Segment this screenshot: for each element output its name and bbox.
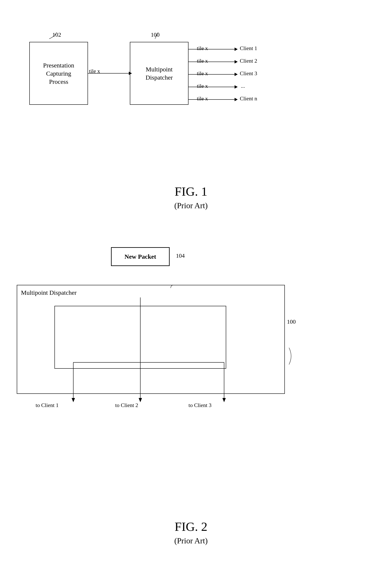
fig1-section: 102 100 PresentationCapturingProcess Mul… (0, 13, 382, 211)
arrow-tile-x-label: tile x (89, 68, 100, 74)
svg-marker-9 (235, 85, 238, 89)
box-presentation-capturing: PresentationCapturingProcess (29, 42, 88, 105)
fig1-subtitle: (Prior Art) (0, 201, 382, 210)
box-new-packet: New Packet (111, 247, 170, 266)
client-3-label: Client 3 (240, 70, 257, 77)
client-1-label: Client 1 (240, 45, 257, 52)
fig2-title: FIG. 2 (0, 520, 382, 534)
client-2-label: Client 2 (240, 58, 257, 64)
fig2-diagram: New Packet 104 Multipoint Dispatcher 100… (13, 243, 369, 494)
to-client-3: to Client 3 (188, 402, 212, 408)
svg-marker-11 (235, 98, 238, 101)
svg-marker-5 (235, 60, 238, 63)
svg-marker-18 (139, 398, 142, 402)
svg-marker-3 (235, 47, 238, 51)
multipoint-dispatcher-label: Multipoint Dispatcher (21, 289, 77, 296)
tile-x-ellipsis: tile x (197, 83, 208, 89)
tile-x-client3: tile x (197, 70, 208, 77)
tile-x-clientn: tile x (197, 96, 208, 102)
presentation-capturing-text: PresentationCapturingProcess (43, 61, 74, 86)
ellipsis-label: ... (241, 83, 245, 89)
svg-marker-7 (235, 73, 238, 76)
box-inner (55, 306, 226, 369)
tile-x-client1: tile x (197, 45, 208, 52)
new-packet-text: New Packet (125, 253, 156, 260)
fig1-title: FIG. 1 (0, 184, 382, 199)
client-n-label: Client n (240, 96, 257, 102)
label-104: 104 (176, 252, 185, 259)
fig2-caption: FIG. 2 (Prior Art) (0, 520, 382, 545)
box-multipoint-dispatcher: MultipointDispatcher (130, 42, 188, 105)
label-100: 100 (151, 31, 160, 38)
fig2-section: New Packet 104 Multipoint Dispatcher 100… (0, 231, 382, 566)
svg-marker-16 (72, 398, 75, 402)
label-102: 102 (52, 31, 61, 38)
fig1-caption: FIG. 1 (Prior Art) (0, 184, 382, 210)
tile-x-client2: tile x (197, 58, 208, 64)
svg-marker-20 (222, 398, 226, 402)
to-client-1: to Client 1 (36, 402, 59, 408)
fig2-subtitle: (Prior Art) (0, 536, 382, 545)
page: 102 100 PresentationCapturingProcess Mul… (0, 0, 382, 588)
fig1-diagram: 102 100 PresentationCapturingProcess Mul… (13, 25, 369, 168)
to-client-2: to Client 2 (115, 402, 138, 408)
label-100-fig2: 100 (287, 318, 296, 325)
multipoint-dispatcher-text: MultipointDispatcher (145, 65, 173, 82)
